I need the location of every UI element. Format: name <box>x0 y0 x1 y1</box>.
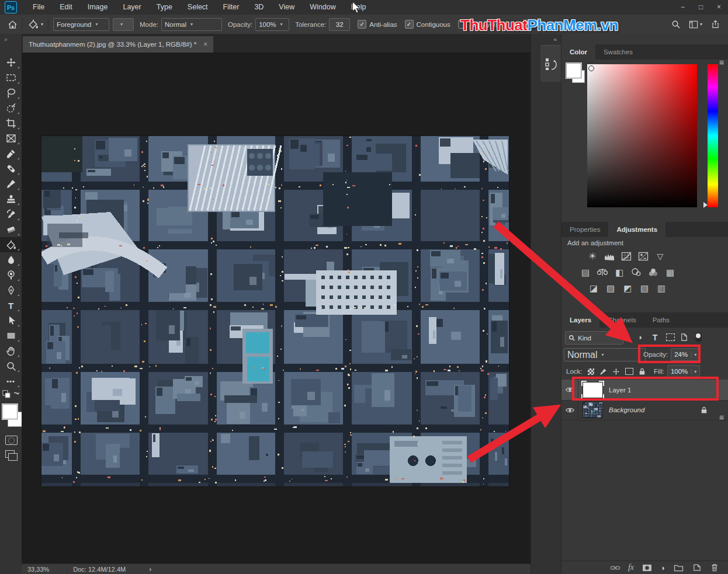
menu-filter[interactable]: Filter <box>216 0 247 15</box>
link-layers-button[interactable] <box>609 563 621 572</box>
blur-tool[interactable] <box>0 252 22 267</box>
vibrance-icon[interactable]: ▽ <box>654 251 667 262</box>
close-tab-icon[interactable]: × <box>203 40 207 48</box>
brush-tool[interactable] <box>0 176 22 192</box>
tab-properties[interactable]: Properties <box>561 222 608 237</box>
photo-filter-icon[interactable] <box>630 267 643 277</box>
channel-mixer-icon[interactable] <box>647 267 660 277</box>
new-group-button[interactable] <box>672 563 684 572</box>
tab-swatches[interactable]: Swatches <box>595 44 641 60</box>
menu-image[interactable]: Image <box>80 0 116 15</box>
history-brush-tool[interactable] <box>0 207 22 222</box>
menu-select[interactable]: Select <box>180 0 216 15</box>
share-icon[interactable] <box>711 20 720 29</box>
frame-tool[interactable] <box>0 131 22 146</box>
add-layer-mask-button[interactable] <box>641 563 653 572</box>
move-tool[interactable] <box>0 55 22 70</box>
eyedropper-tool[interactable] <box>0 146 22 161</box>
mode-select[interactable]: Normal▾ <box>161 18 222 31</box>
threshold-icon[interactable]: ◩ <box>621 283 634 293</box>
lock-artboard-icon[interactable] <box>625 368 633 375</box>
menu-view[interactable]: View <box>271 0 302 15</box>
checkbox-icon[interactable]: ✓ <box>358 20 366 29</box>
lock-transparency-icon[interactable] <box>588 368 594 375</box>
menu-window[interactable]: Window <box>302 0 343 15</box>
collapse-right-icon[interactable]: » <box>4 36 8 43</box>
menu-layer[interactable]: Layer <box>115 0 148 15</box>
collapse-left-icon[interactable]: « <box>553 36 557 43</box>
filter-adjustment-icon[interactable]: ◑ <box>634 331 646 343</box>
workspace-switcher[interactable]: ▾ <box>689 20 702 29</box>
document-image[interactable] <box>41 136 509 486</box>
menu-edit[interactable]: Edit <box>52 0 80 15</box>
pen-tool[interactable] <box>0 283 22 298</box>
visibility-eye-icon[interactable] <box>561 380 578 400</box>
brightness-contrast-icon[interactable]: ☀ <box>586 251 599 262</box>
layer-row-layer-1[interactable]: Layer 1 <box>561 380 728 401</box>
quick-mask-mode-button[interactable] <box>5 436 18 445</box>
hue-saturation-icon[interactable]: ▤ <box>579 267 592 277</box>
tolerance-input[interactable]: 32 <box>329 18 350 31</box>
eraser-tool[interactable] <box>0 222 22 237</box>
selective-color-icon[interactable]: ▥ <box>655 283 668 293</box>
tab-adjustments[interactable]: Adjustments <box>608 222 665 237</box>
hue-slider[interactable] <box>708 64 718 207</box>
close-icon[interactable]: × <box>710 0 728 15</box>
layer-filter-kind-select[interactable]: Kind ▾ <box>565 331 623 345</box>
tab-layers[interactable]: Layers <box>561 312 599 328</box>
opacity-value-input[interactable]: 24%▾ <box>671 348 700 361</box>
screen-mode-button[interactable] <box>5 450 15 458</box>
opacity-select[interactable]: 100%▾ <box>255 18 289 31</box>
hamburger-icon[interactable]: ≡ <box>719 58 724 67</box>
checkbox-contiguous[interactable]: ✓Contiguous <box>405 20 450 29</box>
clone-stamp-tool[interactable] <box>0 192 22 207</box>
minimize-icon[interactable]: − <box>674 0 692 15</box>
caret-down-icon[interactable]: ▾ <box>41 22 43 27</box>
gradient-map-icon[interactable]: ▧ <box>638 283 651 293</box>
fill-value-input[interactable]: 100%▾ <box>667 365 700 378</box>
layer-style-fx-button[interactable]: fx <box>625 563 637 572</box>
canvas-area[interactable] <box>22 53 531 563</box>
tab-channels[interactable]: Channels <box>599 312 644 328</box>
search-icon[interactable] <box>671 20 680 29</box>
type-tool[interactable]: T <box>0 298 22 313</box>
visibility-eye-icon[interactable] <box>561 400 578 420</box>
edit-toolbar[interactable]: ••• <box>0 374 22 389</box>
posterize-icon[interactable]: ▨ <box>604 283 617 293</box>
foreground-color-swatch[interactable] <box>566 63 581 78</box>
default-colors-swap-icon[interactable] <box>2 390 20 400</box>
lock-paint-icon[interactable] <box>599 368 607 375</box>
black-white-icon[interactable]: ◧ <box>613 267 626 277</box>
new-layer-button[interactable] <box>691 563 703 572</box>
home-icon[interactable] <box>8 20 18 29</box>
maximize-icon[interactable]: □ <box>692 0 710 15</box>
tab-color[interactable]: Color <box>561 44 595 60</box>
path-selection-tool[interactable] <box>0 313 22 328</box>
lock-position-icon[interactable] <box>612 368 620 375</box>
delete-layer-button[interactable] <box>709 563 720 572</box>
curves-icon[interactable] <box>620 251 633 262</box>
layer-1-thumbnail[interactable] <box>583 382 603 398</box>
history-panel-button[interactable] <box>540 45 561 82</box>
rectangle-tool[interactable] <box>0 328 22 343</box>
foreground-color-swatch[interactable] <box>2 404 18 419</box>
color-lookup-icon[interactable]: ▦ <box>664 267 677 277</box>
lock-all-icon[interactable] <box>639 367 646 375</box>
rectangular-marquee-tool[interactable] <box>0 70 22 85</box>
lasso-tool[interactable] <box>0 85 22 100</box>
document-tab[interactable]: Thuthuatphanmem (2).jpg @ 33.3% (Layer 1… <box>23 36 213 53</box>
paint-bucket-tool[interactable] <box>0 237 22 252</box>
menu-help[interactable]: Help <box>344 0 374 15</box>
chevron-right-icon[interactable]: › <box>149 565 151 573</box>
layer-name[interactable]: Layer 1 <box>609 387 631 394</box>
crop-tool[interactable] <box>0 116 22 131</box>
checkbox-anti-alias[interactable]: ✓Anti-alias <box>358 20 397 29</box>
spot-healing-brush-tool[interactable] <box>0 161 22 176</box>
layer-row-background[interactable]: Background <box>561 400 728 420</box>
zoom-tool[interactable] <box>0 359 22 374</box>
filter-smart-object-icon[interactable] <box>678 331 690 343</box>
foreground-background-swatches[interactable] <box>2 404 20 431</box>
new-adjustment-layer-button[interactable]: ◑ <box>657 563 668 572</box>
background-thumbnail[interactable] <box>583 402 603 418</box>
checkbox-icon[interactable]: ✓ <box>405 20 414 29</box>
